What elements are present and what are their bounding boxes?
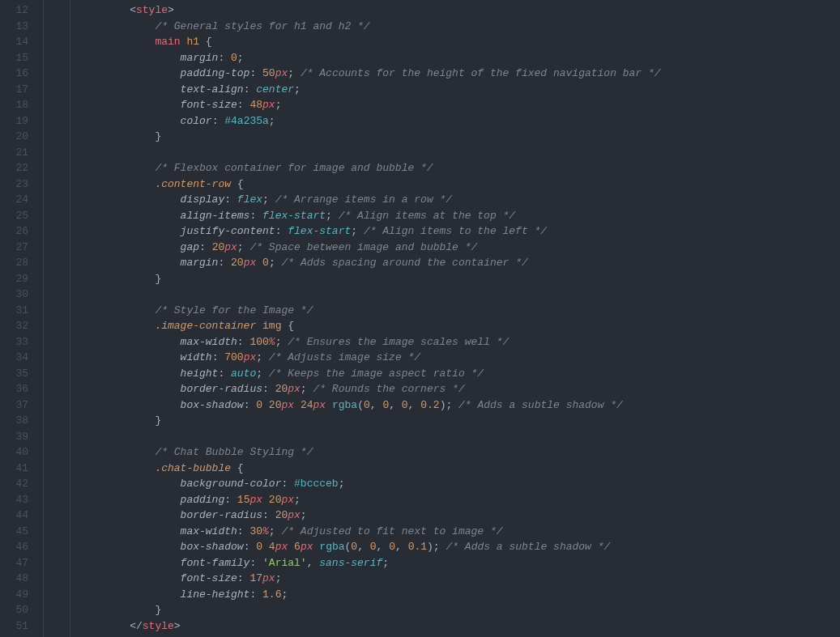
code-line[interactable]: /* Flexbox container for image and bubbl… <box>73 160 840 176</box>
code-line[interactable]: } <box>73 129 840 145</box>
code-token: /* Adjusted to fit next to image */ <box>281 525 502 537</box>
code-token: : <box>249 67 262 79</box>
code-token: px <box>288 509 301 521</box>
code-token: ; <box>326 210 339 222</box>
code-token <box>262 541 269 553</box>
line-number: 48 <box>0 571 28 587</box>
code-line[interactable]: /* General styles for h1 and h2 */ <box>73 19 840 35</box>
code-line[interactable]: .chat-bubble { <box>73 461 840 477</box>
code-token: 0 <box>389 541 395 553</box>
code-token: : <box>275 225 288 237</box>
code-token: : <box>218 367 231 380</box>
line-number: 51 <box>0 618 28 635</box>
code-token: % <box>269 336 275 348</box>
code-token: color <box>181 115 212 127</box>
line-number: 14 <box>0 34 28 50</box>
code-line[interactable]: font-family: 'Arial', sans-serif; <box>73 555 840 571</box>
code-editor-area[interactable]: <style>/* General styles for h1 and h2 *… <box>73 0 840 637</box>
code-line[interactable]: /* Chat Bubble Styling */ <box>73 444 840 461</box>
code-line[interactable] <box>73 287 840 303</box>
line-number: 34 <box>0 350 28 366</box>
code-token <box>262 399 269 411</box>
code-token: height <box>181 367 219 380</box>
line-number: 37 <box>0 397 28 414</box>
code-line[interactable]: /* Style for the Image */ <box>73 303 840 319</box>
code-token <box>231 178 237 190</box>
code-token: .content-row <box>155 178 231 190</box>
code-token: : <box>218 257 231 269</box>
code-line[interactable] <box>73 429 840 445</box>
code-token: : <box>224 193 237 206</box>
code-line[interactable]: margin: 20px 0; /* Adds spacing around t… <box>73 255 840 271</box>
code-token: ( <box>357 399 364 411</box>
code-token: flex-start <box>288 225 351 237</box>
code-token: , <box>389 399 402 411</box>
code-line[interactable]: color: #4a235a; <box>73 113 840 130</box>
code-line[interactable]: gap: 20px; /* Space between image and bu… <box>73 240 840 256</box>
code-token: : <box>249 588 262 601</box>
code-token: 0 <box>262 257 269 269</box>
code-token: px <box>275 67 288 79</box>
code-token: background-color <box>181 478 282 490</box>
code-line[interactable]: } <box>73 602 840 618</box>
code-line[interactable]: border-radius: 20px; /* Rounds the corne… <box>73 381 840 397</box>
code-token: .image-container <box>155 320 256 332</box>
code-line[interactable]: width: 700px; /* Adjusts image size */ <box>73 350 840 366</box>
code-line[interactable]: display: flex; /* Arrange items in a row… <box>73 192 840 208</box>
code-line[interactable]: border-radius: 20px; <box>73 507 840 524</box>
code-line[interactable]: .image-container img { <box>73 318 840 334</box>
code-token: 0 <box>256 541 262 553</box>
code-token <box>288 541 294 553</box>
code-token <box>326 399 332 411</box>
code-token: px <box>249 494 262 506</box>
code-line[interactable]: font-size: 48px; <box>73 97 840 113</box>
code-line[interactable] <box>73 145 840 161</box>
code-token: font-size <box>181 572 237 584</box>
code-token: border-radius <box>181 509 262 521</box>
code-line[interactable]: } <box>73 271 840 287</box>
code-line[interactable]: text-align: center; <box>73 82 840 98</box>
code-token: > <box>174 620 181 632</box>
code-token: { <box>237 178 244 190</box>
line-number: 46 <box>0 539 28 555</box>
code-line[interactable]: font-size: 17px; <box>73 571 840 587</box>
code-token: /* Adjusts image size */ <box>269 351 420 363</box>
code-line[interactable]: margin: 0; <box>73 50 840 66</box>
code-line[interactable]: justify-content: flex-start; /* Align it… <box>73 223 840 240</box>
line-number: 36 <box>0 381 28 397</box>
code-token: /* Chat Bubble Styling */ <box>155 446 313 458</box>
line-number: 16 <box>0 66 28 82</box>
code-line[interactable]: padding: 15px 20px; <box>73 492 840 508</box>
code-line[interactable]: main h1 { <box>73 34 840 50</box>
code-token: 100 <box>249 336 268 348</box>
code-token: /* Accounts for the height of the fixed … <box>301 67 661 79</box>
code-token: /* Rounds the corners */ <box>313 383 464 395</box>
code-line[interactable]: height: auto; /* Keeps the image aspect … <box>73 366 840 382</box>
code-line[interactable]: background-color: #bccceb; <box>73 476 840 492</box>
code-line[interactable]: line-height: 1.6; <box>73 587 840 603</box>
code-token: 0 <box>364 399 370 411</box>
code-token: } <box>155 414 161 427</box>
code-token: { <box>206 36 212 48</box>
code-line[interactable]: box-shadow: 0 20px 24px rgba(0, 0, 0, 0.… <box>73 397 840 414</box>
line-number: 30 <box>0 287 28 303</box>
code-token: { <box>237 462 244 474</box>
code-line[interactable]: <style> <box>73 2 840 19</box>
code-token: align-items <box>181 210 250 222</box>
code-token: /* Adds a subtle shadow */ <box>446 541 610 553</box>
code-line[interactable]: box-shadow: 0 4px 6px rgba(0, 0, 0, 0.1)… <box>73 539 840 555</box>
code-line[interactable]: max-width: 100%; /* Ensures the image sc… <box>73 334 840 350</box>
code-line[interactable]: max-width: 30%; /* Adjusted to fit next … <box>73 524 840 540</box>
code-line[interactable]: } <box>73 413 840 429</box>
code-token <box>199 36 206 48</box>
code-token: main <box>155 36 186 48</box>
code-line[interactable]: align-items: flex-start; /* Align items … <box>73 208 840 224</box>
code-token: 17 <box>249 572 262 584</box>
code-token: display <box>181 193 225 206</box>
code-line[interactable]: .content-row { <box>73 176 840 193</box>
line-number: 19 <box>0 113 28 130</box>
line-number: 28 <box>0 255 28 271</box>
line-number: 42 <box>0 476 28 492</box>
code-line[interactable]: padding-top: 50px; /* Accounts for the h… <box>73 66 840 82</box>
code-line[interactable]: </style> <box>73 618 840 635</box>
